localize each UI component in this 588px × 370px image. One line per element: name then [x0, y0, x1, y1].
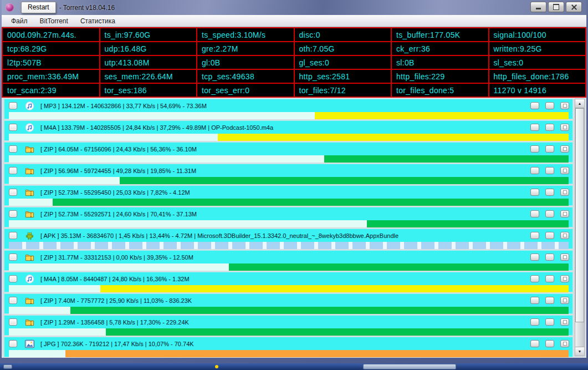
row-checkbox[interactable] [9, 167, 17, 174]
torrent-row[interactable]: [ ZIP ] 1.29M - 1356458 | 5,78 Kb/s | 17… [4, 315, 573, 336]
row-checkbox[interactable] [9, 232, 17, 239]
row-checkbox[interactable] [9, 189, 17, 196]
row-checkbox[interactable] [9, 210, 17, 217]
row-action-button-3[interactable] [560, 297, 569, 304]
zip-icon [24, 210, 34, 219]
row-action-button-1[interactable] [530, 275, 539, 282]
menu-item-3[interactable]: Статистика [74, 17, 121, 25]
row-action-button-2[interactable] [545, 210, 554, 217]
row-action-button-3[interactable] [560, 210, 569, 217]
row-action-button-2[interactable] [545, 254, 554, 261]
stats-row: l2tp:507Butp:413.08Mgl:0Bgl_ses:0sl:0Bsl… [2, 55, 586, 69]
progress-done [9, 155, 324, 163]
row-checkbox[interactable] [9, 340, 17, 347]
stats-cell: signal:100/100 [489, 28, 586, 42]
row-action-button-2[interactable] [545, 297, 554, 304]
row-action-button-1[interactable] [530, 167, 539, 174]
taskbar-item[interactable] [3, 364, 12, 369]
torrent-row[interactable]: [ ZIP ] 64.05M - 67156096 | 24,43 Kb/s |… [4, 142, 573, 163]
stats-row: 000d.09h.27m.44s.ts_in:97.60Gts_speed:3.… [2, 28, 586, 42]
row-action-button-3[interactable] [560, 189, 569, 196]
titlebar[interactable]: Restart - Torrent v18.04.16 [2, 0, 586, 15]
row-action-button-1[interactable] [530, 124, 539, 131]
minimize-button[interactable] [530, 2, 546, 12]
stats-cell: disc:0 [294, 28, 392, 42]
torrent-row[interactable]: [ ZIP ] 7.40M - 7757772 | 25,90 Kb/s | 1… [4, 293, 573, 314]
torrent-row[interactable]: [ APK ] 35.13M - 36834670 | 1,45 Kb/s | … [4, 229, 573, 249]
scroll-down-button[interactable]: ▼ [575, 347, 584, 356]
row-checkbox[interactable] [9, 254, 17, 261]
maximize-button[interactable] [548, 2, 564, 12]
stats-cell: tor_scan:2:39 [2, 83, 100, 97]
desktop: Restart - Torrent v18.04.16 ФайлBitTorre… [0, 0, 588, 370]
torrent-row[interactable]: [ ZIP ] 31.77M - 33312153 | 0,00 Kb/s | … [4, 250, 573, 271]
row-action-button-1[interactable] [530, 232, 539, 239]
menu-item-1[interactable]: Файл [5, 17, 34, 25]
restart-button[interactable]: Restart [21, 2, 56, 13]
progress-done [9, 350, 65, 357]
progress-done [9, 134, 218, 141]
stats-cell: tor_ses:186 [100, 83, 197, 97]
row-action-button-1[interactable] [530, 102, 539, 109]
row-checkbox[interactable] [9, 297, 17, 304]
scroll-thumb[interactable] [575, 108, 584, 322]
row-action-button-3[interactable] [560, 275, 569, 282]
row-action-button-2[interactable] [545, 124, 554, 131]
row-action-button-3[interactable] [560, 145, 569, 153]
row-checkbox[interactable] [9, 124, 17, 131]
torrent-row[interactable]: [ M4A ] 133.79M - 140285505 | 24,84 Kb/s… [4, 120, 573, 141]
progress-rest [229, 263, 569, 271]
stop-square-icon [563, 342, 567, 346]
scroll-up-button[interactable]: ▲ [575, 99, 584, 108]
row-action-button-3[interactable] [560, 254, 569, 261]
row-action-button-2[interactable] [545, 275, 554, 282]
row-action-button-1[interactable] [530, 145, 539, 153]
row-action-button-2[interactable] [545, 340, 554, 347]
menu-bar: ФайлBitTorrentСтатистика [2, 15, 586, 27]
menu-item-2[interactable]: BitTorrent [34, 17, 74, 25]
row-action-button-1[interactable] [530, 254, 539, 261]
stats-cell: 11270 v 14916 [489, 83, 586, 97]
torrent-row[interactable]: [ ZIP ] 52.73M - 55292571 | 24,60 Kb/s |… [4, 207, 573, 227]
torrent-row[interactable]: [ M4A ] 8.05M - 8440487 | 24,80 Kb/s | 1… [4, 272, 573, 292]
torrent-row[interactable]: [ JPG ] 702.36K - 719212 | 17,47 Kb/s | … [4, 337, 573, 357]
zip-icon [24, 253, 34, 262]
taskbar-button[interactable] [363, 364, 456, 369]
progress-done [9, 112, 315, 119]
row-checkbox[interactable] [9, 275, 17, 282]
row-checkbox[interactable] [9, 318, 17, 326]
row-action-button-1[interactable] [530, 189, 539, 196]
row-action-button-1[interactable] [530, 297, 539, 304]
stats-cell: tor_files_done:5 [391, 83, 489, 97]
row-action-button-3[interactable] [560, 102, 569, 109]
progress-rest [53, 199, 569, 206]
row-action-button-2[interactable] [545, 318, 554, 326]
stats-cell: ck_err:36 [391, 42, 489, 55]
torrent-row[interactable]: [ MP3 ] 134.12M - 140632866 | 33,77 Kb/s… [4, 99, 573, 119]
row-action-button-2[interactable] [545, 167, 554, 174]
row-action-button-2[interactable] [545, 189, 554, 196]
stats-cell: proc_mem:336.49M [2, 69, 100, 83]
row-action-button-1[interactable] [530, 340, 539, 347]
row-action-button-1[interactable] [530, 210, 539, 217]
torrent-row[interactable]: [ ZIP ] 56.96M - 59724455 | 49,28 Kb/s |… [4, 164, 573, 184]
torrent-row-line: [ ZIP ] 64.05M - 67156096 | 24,43 Kb/s |… [4, 143, 572, 154]
row-action-button-2[interactable] [545, 145, 554, 153]
music-icon [24, 102, 34, 110]
row-action-button-1[interactable] [530, 318, 539, 326]
progress-done [9, 307, 70, 314]
close-button[interactable] [566, 2, 582, 12]
row-action-button-3[interactable] [560, 124, 569, 131]
row-action-button-3[interactable] [560, 340, 569, 347]
row-action-button-2[interactable] [545, 102, 554, 109]
torrent-row-line: [ ZIP ] 52.73M - 55295450 | 25,03 Kb/s |… [4, 186, 572, 197]
scrollbar[interactable]: ▲ ▼ [575, 99, 585, 356]
row-action-button-2[interactable] [545, 232, 554, 239]
row-action-button-3[interactable] [560, 318, 569, 326]
torrent-row[interactable]: [ ZIP ] 52.73M - 55295450 | 25,03 Kb/s |… [4, 185, 573, 206]
torrent-label: [ APK ] 35.13M - 36834670 | 1,45 Kb/s | … [40, 232, 398, 239]
row-checkbox[interactable] [9, 145, 17, 153]
row-checkbox[interactable] [9, 102, 17, 109]
row-action-button-3[interactable] [560, 232, 569, 239]
row-action-button-3[interactable] [560, 167, 569, 174]
